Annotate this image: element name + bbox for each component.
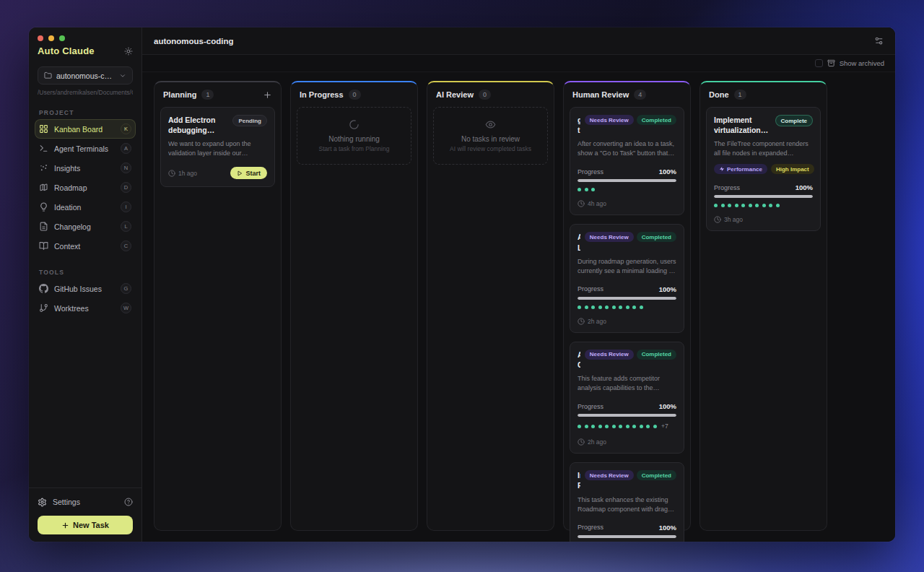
progress-label: Progress [714,184,740,191]
map-icon [39,183,48,192]
sidebar-item-label: Changelog [54,222,115,231]
column-count-badge: 0 [479,90,491,100]
kanban-board: Planning 1 Add Electron debugging server… [142,72,895,542]
sidebar-item-roadmap[interactable]: Roadmap D [35,178,136,197]
column-title: AI Review [436,90,474,99]
zap-icon [719,166,725,172]
sidebar-item-label: Ideation [54,203,115,212]
play-icon [237,170,243,176]
main-area: autonomous-coding Show archived Planning… [142,27,895,542]
show-archived-checkbox[interactable] [815,59,823,67]
task-card[interactable]: Implement virtualization for... Complete… [706,107,821,231]
chevron-down-icon [119,72,126,79]
sidebar-item-label: GitHub Issues [54,285,115,293]
plus-icon [61,521,69,529]
high-impact-tag: High Impact [771,164,814,174]
sidebar-footer: Settings New Task [29,488,141,542]
insights-icon [39,163,48,173]
subtask-dots [578,188,676,191]
subtask-dots [578,306,676,309]
tools-section-label: TOOLS [39,269,131,276]
progress-value: 100% [659,402,676,410]
shortcut-badge: K [121,124,131,134]
settings-button[interactable]: Settings [38,494,133,510]
column-title: Planning [163,90,196,99]
task-title: Add Electron debugging server wit... [168,115,228,135]
task-card[interactable]: Add Loadin... Needs Review Completed Dur… [570,224,684,332]
task-time: 4h ago [588,200,606,207]
archive-icon [827,59,835,67]
settings-label: Settings [53,498,118,506]
sidebar-item-changelog[interactable]: Changelog L [35,217,136,236]
task-description: After converting an idea to a task, show… [578,139,676,158]
eye-icon [485,119,496,130]
task-title: Implement virtualization for... [714,115,771,135]
task-card[interactable]: go-to-task-... Needs Review Completed Af… [570,107,684,215]
shortcut-badge: G [121,283,131,294]
progress-label: Progress [578,524,603,531]
sidebar-item-agent-terminals[interactable]: Agent Terminals A [35,139,136,158]
sidebar: Auto Claude autonomous-coding /Users/and… [29,27,142,542]
task-card[interactable]: Implemen Roadm... Needs Review Completed… [570,462,684,542]
clock-icon [578,200,585,207]
start-task-button[interactable]: Start [230,167,267,179]
task-description: This feature adds competitor analysis ca… [578,374,676,393]
task-description: This task enhances the existing Roadmap … [578,495,676,514]
completed-badge: Completed [637,115,676,125]
progress-value: 100% [796,183,813,191]
git-branch-icon [39,303,48,313]
task-card[interactable]: Add Electron debugging server wit... Pen… [160,107,275,187]
sidebar-item-context[interactable]: Context C [35,236,136,256]
column-in-progress: In Progress 0 Nothing running Start a ta… [290,81,418,531]
tag-label: Performance [727,166,762,173]
task-title: go-to-task-... [578,115,580,135]
sidebar-item-insights[interactable]: Insights N [35,158,136,178]
sidebar-item-ideation[interactable]: Ideation I [35,197,136,217]
sidebar-item-label: Agent Terminals [54,144,115,153]
window-controls [29,27,141,41]
project-section-label: PROJECT [39,109,131,116]
minimize-window-button[interactable] [48,35,54,41]
performance-tag: Performance [714,164,767,174]
plus-icon [263,90,272,100]
close-window-button[interactable] [38,35,43,41]
show-archived-label[interactable]: Show archived [840,59,884,67]
shortcut-badge: A [121,143,131,154]
column-count-badge: 4 [634,90,646,100]
start-label: Start [245,170,261,177]
sidebar-item-label: Worktrees [54,304,115,313]
spinner-icon [349,119,359,130]
theme-toggle-button[interactable] [124,47,133,56]
help-button[interactable] [124,498,133,506]
project-nav: Kanban Board K Agent Terminals A Insight… [29,119,141,256]
progress-label: Progress [578,403,603,410]
lightbulb-icon [39,202,48,212]
subtask-dots [714,204,813,207]
project-selector[interactable]: autonomous-coding [38,66,133,84]
sun-icon [124,47,133,56]
completed-badge: Completed [637,470,676,480]
tools-nav: GitHub Issues G Worktrees W [29,279,141,318]
zoom-window-button[interactable] [59,35,65,41]
empty-state: No tasks in review AI will review comple… [433,107,548,165]
sidebar-item-worktrees[interactable]: Worktrees W [35,298,136,318]
task-card[interactable]: Add Comp... Needs Review Completed This … [570,342,684,454]
app-title: Auto Claude [38,46,95,56]
terminal-icon [39,144,48,153]
clock-icon [168,170,175,177]
sidebar-item-github-issues[interactable]: GitHub Issues G [35,279,136,298]
clock-icon [578,318,585,325]
new-task-button[interactable]: New Task [38,516,133,534]
board-settings-button[interactable] [874,36,884,46]
sliders-icon [874,36,884,46]
task-time: 2h ago [588,318,606,325]
task-time: 1h ago [178,170,197,177]
needs-review-badge: Needs Review [585,115,634,125]
task-description: During roadmap generation, users current… [578,257,676,276]
task-description: The FileTree component renders all file … [714,139,813,158]
sidebar-item-kanban-board[interactable]: Kanban Board K [35,119,136,139]
task-title: Implemen Roadm... [578,470,580,490]
add-task-button[interactable] [263,90,272,100]
project-selector-value: autonomous-coding [56,72,115,80]
column-title: In Progress [300,90,344,99]
